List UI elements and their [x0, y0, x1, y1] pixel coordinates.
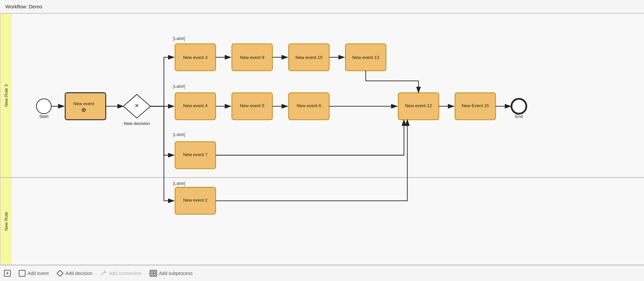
svg-marker-2 [57, 270, 63, 276]
svg-rect-9 [154, 274, 156, 275]
title-bar: Workflow: Demo [0, 0, 644, 13]
task-new-event-label: New event [73, 101, 94, 106]
lane-label-top: New Role 3 [0, 14, 12, 177]
add-subprocess-label: Add subprocess [159, 271, 193, 276]
svg-line-3 [101, 272, 105, 275]
task-event4-label: New event 4 [183, 103, 208, 108]
label-row3: [Label] [173, 132, 185, 137]
add-decision-icon [57, 270, 63, 277]
add-connection-icon [100, 270, 107, 277]
task-event6-label: New event 6 [297, 103, 321, 108]
start-event[interactable] [37, 99, 51, 114]
svg-rect-7 [154, 271, 156, 273]
page-title: Workflow: Demo [5, 4, 42, 9]
lane-label-bottom: New Role [0, 178, 12, 265]
arrow-event13-event12 [366, 71, 418, 93]
arrow-decision-event7 [150, 106, 174, 155]
gateway-x-icon: ✕ [135, 102, 139, 109]
label-row2: [Label] [173, 84, 185, 89]
diagram-svg: Start New event ⊕ ✕ New decision [Label]… [12, 13, 644, 265]
svg-rect-6 [151, 271, 153, 273]
svg-rect-8 [151, 274, 153, 275]
add-decision-item[interactable]: Add decision [57, 270, 92, 277]
task-event12-label: New event 12 [405, 103, 432, 108]
end-label: End [515, 114, 523, 119]
label-row4: [Label] [173, 181, 185, 186]
task-event3-label: New event 3 [183, 55, 208, 60]
add-connection-label: Add connection [109, 271, 142, 276]
arrow-decision-event3 [150, 57, 174, 106]
add-event-icon [19, 270, 25, 277]
add-subprocess-item[interactable]: Add subprocess [150, 270, 193, 277]
task-event10-label: New event 10 [296, 55, 322, 60]
end-event[interactable] [512, 99, 526, 114]
add-decision-label: Add decision [65, 271, 92, 276]
start-label: Start [39, 114, 49, 119]
toolbar: + Add event Add decision Add connection [0, 265, 644, 281]
task-event15-label: New Event 15 [462, 103, 489, 108]
arrow-event7-event12 [216, 120, 404, 155]
arrow-event2-event12 [216, 120, 408, 201]
task-event7-label: New event 7 [183, 152, 208, 157]
main-container: Workflow: Demo New Role 3 New Role Start [0, 0, 644, 281]
decision-label: New decision [124, 121, 150, 126]
arrow-decision-event2 [150, 106, 174, 201]
task-event13-label: New event 13 [352, 55, 379, 60]
add-event-item[interactable]: Add event [19, 270, 49, 277]
svg-rect-1 [19, 270, 25, 276]
task-event2-label: New event 2 [183, 198, 208, 203]
label-row1: [Label] [173, 36, 185, 41]
task-new-event[interactable] [65, 93, 106, 120]
task-event5-label: New event 5 [240, 103, 264, 108]
add-connection-item[interactable]: Add connection [100, 270, 142, 277]
move-icon: ⊕ [81, 107, 86, 113]
add-subprocess-icon [150, 270, 157, 277]
task-event9-label: New event 9 [240, 55, 264, 60]
add-button[interactable]: + [4, 270, 11, 277]
canvas-area: New Role 3 New Role Start New event ⊕ [0, 13, 644, 265]
add-event-label: Add event [28, 271, 49, 276]
